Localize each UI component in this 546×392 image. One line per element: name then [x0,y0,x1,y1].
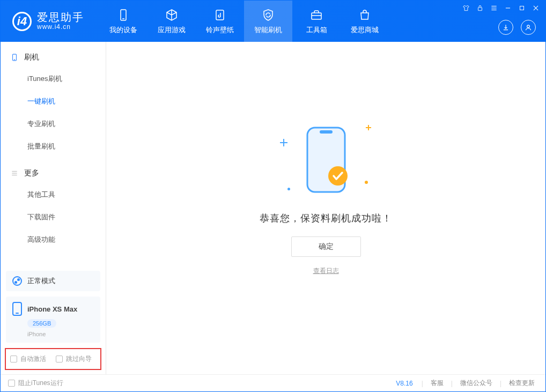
svg-rect-2 [216,10,224,20]
success-message: 恭喜您，保资料刷机成功啦！ [260,212,392,225]
ok-button[interactable]: 确定 [291,236,361,257]
checkbox-icon [10,356,17,363]
sidebar-group-title: 更多 [24,168,39,178]
sidebar-group-title: 刷机 [24,53,39,62]
tab-label: 铃声壁纸 [206,25,234,35]
footer-link-wechat[interactable]: 微信公众号 [457,379,496,388]
success-illustration [283,120,369,200]
tab-smart-flash[interactable]: 智能刷机 [244,1,292,42]
shield-sync-icon [261,8,275,22]
footer-link-support[interactable]: 客服 [427,379,447,388]
tab-apps-games[interactable]: 应用游戏 [147,1,196,42]
device-name: iPhone XS Max [27,305,77,313]
sidebar-group-flash: 刷机 [1,42,106,68]
minimize-button[interactable] [504,4,512,12]
checkbox-label: 阻止iTunes运行 [18,379,63,388]
device-storage: 256GB [27,319,56,328]
tab-label: 我的设备 [109,25,137,35]
checkbox-label: 自动激活 [20,354,46,364]
svg-rect-4 [478,8,482,11]
sidebar-item-download-firmware[interactable]: 下载固件 [1,206,106,228]
footer-link-check-update[interactable]: 检查更新 [506,379,538,388]
sidebar-item-pro-flash[interactable]: 专业刷机 [1,113,106,135]
tab-my-device[interactable]: 我的设备 [99,1,147,42]
version-label: V8.16 [396,380,412,387]
main-tabs: 我的设备 应用游戏 铃声壁纸 智能刷机 工具箱 爱思商城 [99,1,389,42]
sidebar-group-more: 更多 [1,158,106,183]
mode-icon [12,276,22,286]
tab-ringtones-wallpapers[interactable]: 铃声壁纸 [196,1,244,42]
logo: i4 爱思助手 www.i4.cn [1,1,95,42]
view-log-link[interactable]: 查看日志 [313,267,339,276]
checkbox-icon [8,380,15,387]
device-small-icon [10,53,19,62]
tab-label: 工具箱 [306,25,327,35]
user-button[interactable] [521,20,536,35]
tab-toolbox[interactable]: 工具箱 [292,1,341,42]
body: 刷机 iTunes刷机 一键刷机 专业刷机 批量刷机 更多 其他工具 下载固件 … [1,42,545,374]
sidebar-item-batch-flash[interactable]: 批量刷机 [1,135,106,158]
svg-point-20 [328,166,348,186]
lock-icon[interactable] [476,4,484,12]
checkbox-skip-guide[interactable]: 跳过向导 [56,354,92,364]
download-button[interactable] [498,20,513,35]
sidebar-item-other-tools[interactable]: 其他工具 [1,183,106,206]
main-content: 恭喜您，保资料刷机成功啦！ 确定 查看日志 [106,42,545,374]
tab-label: 智能刷机 [254,25,282,35]
tab-label: 应用游戏 [158,25,186,35]
list-icon [10,169,19,177]
checkbox-auto-activate[interactable]: 自动激活 [10,354,46,364]
tshirt-icon[interactable] [462,4,470,12]
tab-store[interactable]: 爱思商城 [341,1,389,42]
app-name-cn: 爱思助手 [37,11,84,24]
titlebar: i4 爱思助手 www.i4.cn 我的设备 应用游戏 铃声壁纸 智能刷机 [1,1,545,42]
svg-rect-19 [320,130,333,134]
tab-label: 爱思商城 [351,25,379,35]
footer: 阻止iTunes运行 V8.16 | 客服 | 微信公众号 | 检查更新 [1,374,545,391]
svg-rect-3 [312,13,321,19]
maximize-button[interactable] [518,4,526,12]
phone-icon [116,8,130,22]
flash-options-box: 自动激活 跳过向导 [5,348,101,370]
device-icon [12,302,22,316]
device-panel[interactable]: iPhone XS Max 256GB iPhone [6,297,100,343]
sidebar: 刷机 iTunes刷机 一键刷机 专业刷机 批量刷机 更多 其他工具 下载固件 … [1,42,106,374]
music-note-icon [213,8,227,22]
checkbox-label: 跳过向导 [66,354,92,364]
menu-icon[interactable] [490,4,498,12]
toolbox-icon [309,8,323,22]
window-controls [462,1,545,42]
svg-point-21 [365,181,368,184]
bag-icon [358,8,372,22]
svg-rect-9 [520,6,524,10]
success-block: 恭喜您，保资料刷机成功啦！ 确定 查看日志 [260,120,392,276]
checkbox-block-itunes[interactable]: 阻止iTunes运行 [8,379,63,388]
device-type: iPhone [27,331,94,337]
sidebar-item-advanced[interactable]: 高级功能 [1,228,106,251]
checkbox-icon [56,356,63,363]
cube-icon [165,8,179,22]
logo-icon: i4 [12,12,32,31]
app-window: i4 爱思助手 www.i4.cn 我的设备 应用游戏 铃声壁纸 智能刷机 [0,0,546,392]
mode-panel[interactable]: 正常模式 [6,271,100,291]
sidebar-item-oneclick-flash[interactable]: 一键刷机 [1,90,106,113]
close-button[interactable] [532,4,540,12]
svg-point-22 [287,188,290,190]
app-name-en: www.i4.cn [37,24,84,31]
mode-label: 正常模式 [27,276,55,286]
svg-point-12 [527,25,530,28]
sidebar-item-itunes-flash[interactable]: iTunes刷机 [1,68,106,90]
